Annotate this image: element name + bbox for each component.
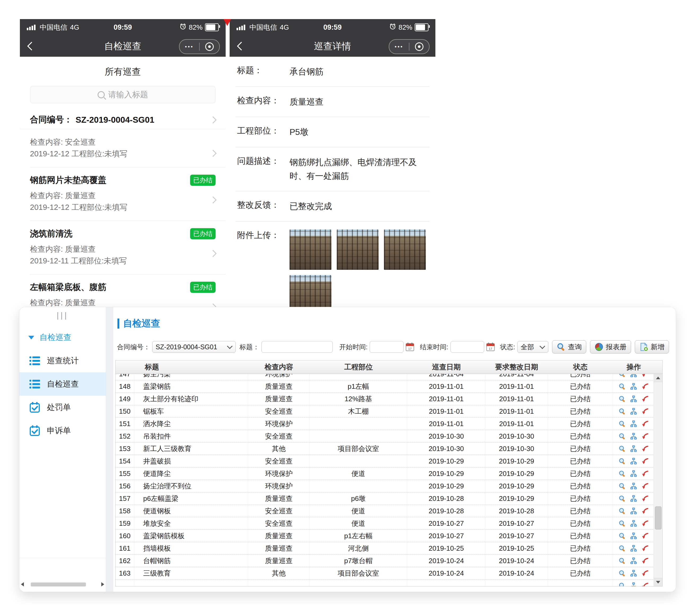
attachments-row: 附件上传：: [235, 221, 429, 309]
scroll-down-button[interactable]: [654, 578, 662, 586]
sitemap-icon[interactable]: [630, 532, 637, 540]
sitemap-icon[interactable]: [630, 507, 637, 515]
sidebar-item[interactable]: 处罚单: [19, 396, 106, 419]
sitemap-icon[interactable]: [630, 395, 637, 402]
sidebar-item[interactable]: 自检巡查: [19, 372, 106, 396]
table-row: 159 堆放安全 安全巡查 便道 2019-10-27 2019-10-27 已…: [116, 517, 662, 530]
cell-actions: [613, 374, 654, 380]
back-icon[interactable]: [237, 42, 246, 51]
scroll-up-button[interactable]: [654, 374, 662, 382]
magnifier-icon[interactable]: [619, 520, 626, 527]
red-arrow-icon[interactable]: [642, 495, 649, 502]
sitemap-icon[interactable]: [630, 582, 637, 586]
more-menu-button[interactable]: •••: [389, 44, 409, 49]
list-item[interactable]: 浇筑前清洗 已办结 检查内容: 质量巡查 2019-12-11 工程部位:未填写: [20, 221, 226, 274]
list-item[interactable]: 左幅箱梁底板、腹筋 已办结 检查内容: 质量巡查 2019-12-11 工程部位…: [20, 274, 226, 309]
sitemap-icon[interactable]: [630, 520, 637, 527]
red-arrow-icon[interactable]: [642, 408, 649, 415]
close-circle-button[interactable]: [200, 43, 219, 51]
scroll-right-arrow[interactable]: [101, 582, 104, 586]
query-button[interactable]: 查询: [552, 340, 586, 353]
calendar-icon[interactable]: 17: [405, 342, 415, 352]
sitemap-icon[interactable]: [630, 374, 637, 378]
toolbar-buttons: 查询报表册新增: [548, 340, 669, 353]
red-arrow-icon[interactable]: [642, 395, 649, 402]
sitemap-icon[interactable]: [630, 557, 637, 564]
drag-handle[interactable]: |||: [19, 311, 106, 320]
red-arrow-icon[interactable]: [642, 532, 649, 540]
search-input[interactable]: 请输入标题: [30, 86, 216, 103]
cell-check-content: 环境保护: [248, 480, 310, 492]
attachment-photo[interactable]: [384, 230, 426, 270]
red-arrow-icon[interactable]: [642, 470, 649, 477]
list-item[interactable]: 钢筋网片未垫高覆盖 已办结 检查内容: 质量巡查 2019-12-12 工程部位…: [20, 167, 226, 221]
sitemap-icon[interactable]: [630, 545, 637, 552]
magnifier-icon[interactable]: [619, 445, 626, 452]
magnifier-icon[interactable]: [619, 433, 626, 440]
sitemap-icon[interactable]: [630, 420, 637, 427]
sitemap-icon[interactable]: [630, 495, 637, 502]
list-item[interactable]: 检查内容: 安全巡查 2019-12-12 工程部位:未填写: [20, 129, 226, 167]
scroll-left-arrow[interactable]: [21, 582, 24, 586]
sitemap-icon[interactable]: [630, 445, 637, 452]
vscroll-thumb[interactable]: [655, 506, 661, 529]
magnifier-icon[interactable]: [619, 482, 626, 490]
more-menu-button[interactable]: •••: [179, 44, 199, 49]
calendar-icon[interactable]: 17: [486, 342, 495, 352]
red-arrow-icon[interactable]: [642, 520, 649, 527]
magnifier-icon[interactable]: [619, 420, 626, 427]
magnifier-icon[interactable]: [619, 570, 626, 577]
hscroll-thumb[interactable]: [31, 582, 86, 586]
close-circle-button[interactable]: [409, 43, 429, 51]
sidebar-item[interactable]: 申诉单: [19, 419, 106, 442]
start-time-input[interactable]: [370, 341, 403, 353]
sitemap-icon[interactable]: [630, 570, 637, 577]
attachment-photo[interactable]: [290, 275, 331, 309]
red-arrow-icon[interactable]: [642, 433, 649, 440]
red-arrow-icon[interactable]: [642, 545, 649, 552]
magnifier-icon[interactable]: [619, 532, 626, 540]
sitemap-icon[interactable]: [630, 408, 637, 415]
red-arrow-icon[interactable]: [642, 557, 649, 564]
magnifier-icon[interactable]: [619, 495, 626, 502]
sidebar-root-item[interactable]: 自检巡查: [28, 332, 71, 343]
back-icon[interactable]: [27, 42, 36, 51]
red-arrow-icon[interactable]: [642, 458, 649, 465]
end-time-input[interactable]: [450, 341, 484, 353]
red-arrow-icon[interactable]: [642, 374, 649, 378]
sitemap-icon[interactable]: [630, 482, 637, 490]
red-arrow-icon[interactable]: [642, 420, 649, 427]
red-arrow-icon[interactable]: [642, 570, 649, 577]
table-row: 153 新工人三级教育 其他 项目部会议室 2019-10-30 2019-10…: [116, 443, 662, 455]
title-filter-input[interactable]: [261, 341, 333, 353]
status-select[interactable]: 全部: [517, 341, 548, 353]
magnifier-icon[interactable]: [619, 582, 626, 586]
magnifier-icon[interactable]: [619, 470, 626, 477]
red-arrow-icon[interactable]: [642, 582, 649, 586]
contract-selector-row[interactable]: 合同编号： SZ-2019-0004-SG01: [20, 111, 226, 129]
red-arrow-icon[interactable]: [642, 482, 649, 490]
red-arrow-icon[interactable]: [642, 445, 649, 452]
magnifier-icon[interactable]: [619, 458, 626, 465]
sitemap-icon[interactable]: [630, 383, 637, 390]
sitemap-icon[interactable]: [630, 458, 637, 465]
magnifier-icon[interactable]: [619, 408, 626, 415]
magnifier-icon[interactable]: [619, 383, 626, 390]
magnifier-icon[interactable]: [619, 395, 626, 402]
contract-select[interactable]: SZ-2019-0004-SG01: [152, 341, 236, 353]
magnifier-icon[interactable]: [619, 545, 626, 552]
red-arrow-icon[interactable]: [642, 383, 649, 390]
sitemap-icon[interactable]: [630, 433, 637, 440]
magnifier-icon[interactable]: [619, 557, 626, 564]
add-new-button[interactable]: 新增: [635, 340, 669, 353]
sitemap-icon[interactable]: [630, 470, 637, 477]
cell-patrol-date: [407, 580, 485, 586]
report-book-button[interactable]: 报表册: [590, 340, 631, 353]
attachment-photo[interactable]: [337, 230, 379, 270]
attachment-photo[interactable]: [290, 230, 331, 270]
red-arrow-icon[interactable]: [642, 507, 649, 515]
magnifier-icon[interactable]: [619, 507, 626, 515]
sidebar-item[interactable]: 巡查统计: [19, 349, 106, 372]
magnifier-icon[interactable]: [619, 374, 626, 378]
list-icon: [29, 355, 41, 367]
